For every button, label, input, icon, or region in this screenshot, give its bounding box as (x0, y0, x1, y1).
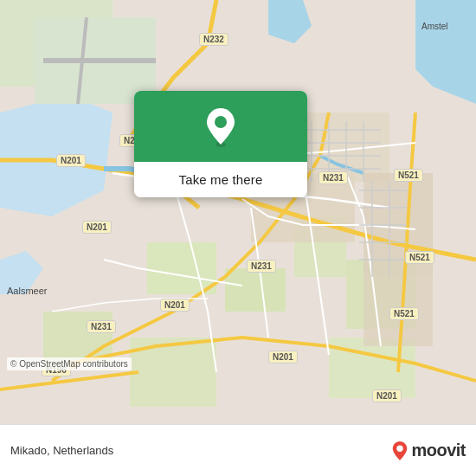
take-me-there-button[interactable]: Take me there (134, 162, 307, 197)
osm-credit: © OpenStreetMap contributors (7, 357, 132, 370)
road-label-n201-top: N201 (56, 154, 86, 167)
svg-rect-9 (329, 338, 415, 398)
road-label-n201-bot3: N201 (372, 389, 402, 402)
popup-card: Take me there (134, 91, 307, 197)
svg-point-33 (397, 445, 403, 451)
place-label-aalsmeer: Aalsmeer (7, 286, 47, 296)
popup-green-header (134, 91, 307, 162)
road-label-n201-bot2: N201 (268, 351, 298, 363)
moovit-brand-text: moovit (411, 441, 466, 460)
svg-rect-6 (225, 268, 286, 312)
road-label-n521-mid: N521 (405, 251, 434, 264)
svg-point-32 (215, 116, 227, 128)
svg-rect-5 (147, 242, 216, 294)
road-label-n201-mid: N201 (82, 221, 112, 234)
location-pin-icon (202, 106, 240, 150)
road-label-n521-top: N521 (394, 169, 423, 182)
road-label-n231-mid: N231 (247, 260, 276, 273)
road-label-n232-top: N232 (199, 33, 228, 46)
moovit-pin-icon (392, 441, 408, 460)
place-label-amstel: Amstel (421, 22, 448, 31)
bottom-bar: Mikado, Netherlands moovit (0, 424, 476, 476)
road-label-n201-bot: N201 (160, 299, 190, 312)
map-container: N232 N232 N232 N201 N201 N201 N201 N201 … (0, 0, 476, 424)
road-label-n231-right: N231 (318, 171, 348, 184)
road-label-n231-bot: N231 (87, 320, 116, 333)
location-text: Mikado, Netherlands (10, 444, 383, 457)
moovit-logo: moovit (392, 441, 466, 460)
road-label-n521-bot: N521 (389, 307, 419, 320)
